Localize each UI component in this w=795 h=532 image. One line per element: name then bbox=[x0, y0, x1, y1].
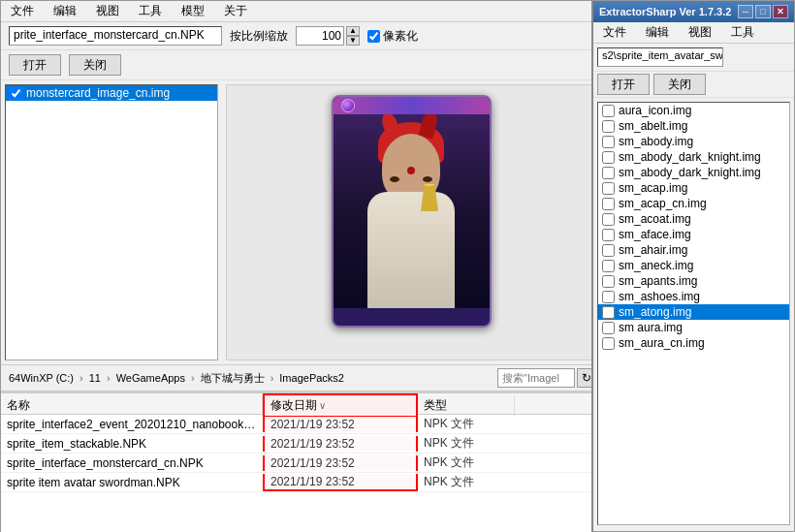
open-button[interactable]: 打开 bbox=[9, 54, 61, 76]
spin-up[interactable]: ▲ bbox=[346, 26, 360, 36]
list-item-checkbox[interactable] bbox=[10, 87, 22, 100]
sw-item-checkbox[interactable] bbox=[602, 198, 615, 210]
menu-model[interactable]: 模型 bbox=[175, 1, 210, 21]
sw-item-checkbox[interactable] bbox=[602, 275, 615, 288]
scale-input-wrap: ▲ ▼ bbox=[296, 26, 360, 46]
card-image bbox=[334, 114, 490, 308]
close-window-button[interactable]: ✕ bbox=[773, 5, 788, 18]
sw-menu-tools[interactable]: 工具 bbox=[725, 22, 760, 43]
col-type[interactable]: 类型 bbox=[418, 395, 515, 416]
sw-item-checkbox[interactable] bbox=[602, 337, 615, 350]
col-name[interactable]: 名称 bbox=[1, 395, 263, 416]
sw-item-checkbox[interactable] bbox=[602, 136, 615, 148]
breadcrumb-drive[interactable]: 64WinXP (C:) bbox=[5, 371, 78, 385]
cell-type: NPK 文件 bbox=[418, 434, 515, 453]
breadcrumb-11[interactable]: 11 bbox=[85, 371, 105, 385]
sw-list-item[interactable]: sm_abody_dark_knight.img bbox=[598, 149, 789, 165]
sw-list-item[interactable]: sm_ahair.img bbox=[598, 242, 789, 258]
second-window: ExtractorSharp Ver 1.7.3.2 ─ □ ✕ 文件 编辑 视… bbox=[591, 0, 795, 532]
close-button[interactable]: 关闭 bbox=[69, 54, 121, 76]
sw-item-checkbox[interactable] bbox=[602, 291, 615, 303]
file-list-panel: monstercard_image_cn.img bbox=[5, 84, 218, 360]
breadcrumb-game[interactable]: 地下城与勇士 bbox=[197, 370, 269, 387]
scale-input[interactable] bbox=[296, 26, 344, 46]
sw-item-checkbox[interactable] bbox=[602, 167, 615, 179]
sw-item-checkbox[interactable] bbox=[602, 322, 615, 334]
sw-item-label: sm_abody_dark_knight.img bbox=[619, 166, 761, 179]
window-controls: ─ □ ✕ bbox=[738, 5, 788, 18]
spin-down[interactable]: ▼ bbox=[346, 36, 360, 46]
sw-list-item[interactable]: sm aura.img bbox=[598, 320, 789, 335]
sw-item-checkbox[interactable] bbox=[602, 105, 615, 117]
maximize-button[interactable]: □ bbox=[755, 5, 771, 18]
sw-menu-file[interactable]: 文件 bbox=[597, 22, 632, 43]
col-size[interactable] bbox=[515, 404, 600, 408]
menu-about[interactable]: 关于 bbox=[218, 1, 253, 21]
sw-list-item[interactable]: sm_aura_cn.img bbox=[598, 335, 789, 351]
sw-item-label: sm_acap_cn.img bbox=[619, 197, 707, 210]
sw-list-item[interactable]: sm_acap_cn.img bbox=[598, 196, 789, 211]
cell-size bbox=[515, 482, 600, 484]
sw-list-item[interactable]: sm_aneck.img bbox=[598, 258, 789, 273]
sw-item-checkbox[interactable] bbox=[602, 306, 615, 319]
sw-menu-edit[interactable]: 编辑 bbox=[640, 22, 675, 43]
breadcrumb-wegameapps[interactable]: WeGameApps bbox=[112, 371, 189, 385]
search-input[interactable] bbox=[497, 368, 575, 388]
sw-list-item[interactable]: sm_apants.img bbox=[598, 273, 789, 289]
breadcrumb-imagepacks[interactable]: ImagePacks2 bbox=[275, 371, 348, 385]
main-window: 文件 编辑 视图 工具 模型 关于 prite_interface_monste… bbox=[0, 0, 601, 532]
sw-file-path: s2\sprite_item_avatar_swordma bbox=[597, 47, 723, 67]
sw-list-item[interactable]: sm_abody_dark_knight.img bbox=[598, 165, 789, 180]
sw-list-item[interactable]: sm_abody.img bbox=[598, 134, 789, 149]
sw-list-item[interactable]: aura_icon.img bbox=[598, 103, 789, 118]
cell-type: NPK 文件 bbox=[418, 415, 515, 433]
table-row[interactable]: sprite_item_stackable.NPK 2021/1/19 23:5… bbox=[1, 434, 600, 454]
action-toolbar: 打开 关闭 bbox=[1, 50, 600, 80]
sw-item-checkbox[interactable] bbox=[602, 120, 615, 133]
sw-item-checkbox[interactable] bbox=[602, 229, 615, 241]
file-path-display: prite_interface_monstercard_cn.NPK bbox=[9, 26, 222, 46]
sw-item-label: aura_icon.img bbox=[619, 104, 691, 117]
sw-item-label: sm_ashoes.img bbox=[619, 290, 700, 303]
pixelate-wrap: 像素化 bbox=[367, 28, 418, 45]
col-date[interactable]: 修改日期 ∨ bbox=[263, 393, 418, 418]
sw-list-item[interactable]: sm_atong.img bbox=[598, 304, 789, 320]
cell-name: sprite_interface2_event_20201210_nanoboo… bbox=[1, 417, 263, 432]
scale-spinner[interactable]: ▲ ▼ bbox=[346, 26, 360, 46]
sw-open-button[interactable]: 打开 bbox=[597, 74, 650, 95]
sw-list-item[interactable]: sm_aface.img bbox=[598, 227, 789, 242]
sw-close-button[interactable]: 关闭 bbox=[653, 74, 706, 95]
table-row[interactable]: sprite_interface_monstercard_cn.NPK 2021… bbox=[1, 454, 600, 473]
sw-list-item[interactable]: sm_ashoes.img bbox=[598, 289, 789, 304]
sw-item-checkbox[interactable] bbox=[602, 213, 615, 226]
minimize-button[interactable]: ─ bbox=[738, 5, 753, 18]
cell-date: 2021/1/19 23:52 bbox=[263, 436, 418, 452]
sw-list-item[interactable]: sm_acoat.img bbox=[598, 211, 789, 227]
breadcrumb-sep-2: › bbox=[107, 372, 111, 384]
sw-item-label: sm_atong.img bbox=[619, 305, 691, 319]
sw-item-label: sm_ahair.img bbox=[619, 243, 687, 257]
sw-item-checkbox[interactable] bbox=[602, 244, 615, 257]
second-window-title-bar: ExtractorSharp Ver 1.7.3.2 ─ □ ✕ bbox=[593, 1, 794, 22]
pixelate-label: 像素化 bbox=[383, 28, 418, 45]
list-item[interactable]: monstercard_image_cn.img bbox=[6, 85, 217, 101]
table-body: sprite_interface2_event_20201210_nanoboo… bbox=[1, 415, 600, 532]
sw-item-label: sm aura.img bbox=[619, 321, 683, 334]
sw-item-checkbox[interactable] bbox=[602, 260, 615, 272]
sw-list-item[interactable]: sm_acap.img bbox=[598, 180, 789, 196]
menu-tools[interactable]: 工具 bbox=[133, 1, 168, 21]
sw-menu-view[interactable]: 视图 bbox=[683, 22, 717, 43]
sw-item-label: sm_acap.img bbox=[619, 181, 687, 195]
table-row[interactable]: sprite item avatar swordman.NPK 2021/1/1… bbox=[1, 473, 600, 492]
menu-view[interactable]: 视图 bbox=[90, 1, 125, 21]
col-name-label: 名称 bbox=[7, 397, 30, 414]
sw-item-checkbox[interactable] bbox=[602, 182, 615, 195]
menu-edit[interactable]: 编辑 bbox=[48, 1, 82, 21]
char-clothes bbox=[367, 192, 455, 308]
sw-item-checkbox[interactable] bbox=[602, 151, 615, 164]
pixelate-checkbox[interactable] bbox=[367, 30, 380, 43]
menu-file[interactable]: 文件 bbox=[5, 1, 40, 21]
sw-list-item[interactable]: sm_abelt.img bbox=[598, 118, 789, 134]
table-row[interactable]: sprite_interface2_event_20201210_nanoboo… bbox=[1, 415, 600, 434]
main-toolbar: prite_interface_monstercard_cn.NPK 按比例缩放… bbox=[1, 22, 600, 50]
